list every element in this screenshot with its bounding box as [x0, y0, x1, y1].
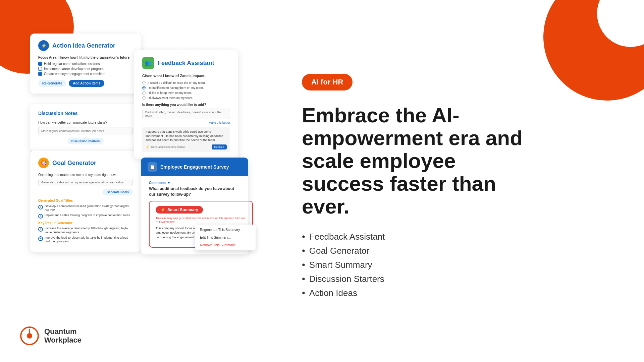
radio-2[interactable]: [142, 86, 146, 89]
goal-text-2: Implement a sales training program to im…: [45, 214, 131, 218]
generated-goals-title: Generated Goal Titles: [38, 199, 133, 202]
radio-label-3: I'd like to keep them on my team.: [148, 91, 192, 95]
radio-4[interactable]: [142, 96, 146, 100]
goal-generator-card: 🎯 Goal Generator One thing that matters …: [30, 151, 141, 252]
goal-dot-1: [38, 205, 43, 209]
replace-button[interactable]: Replace: [212, 144, 227, 149]
smart-summary-header: ⚡ Smart Summary: [156, 206, 246, 214]
checkbox-item-1: Hold regular communication sessions: [38, 62, 133, 66]
checkbox-item-2: Implement career development program: [38, 67, 133, 71]
checkbox-label-2: Implement career development program: [44, 67, 104, 71]
feature-item-2: Goal Generator: [302, 245, 617, 256]
goal-text-1: Develop a comprehensive lead generation …: [45, 204, 133, 212]
goal-item-2: Implement a sales training program to im…: [38, 214, 133, 219]
feature-item-3: Smart Summary: [302, 259, 617, 270]
regenerate-button[interactable]: Re-Generate: [38, 80, 66, 87]
radio-item-4: I'd always want them on my team.: [142, 96, 230, 100]
goal-question: One thing that matters to me and my team…: [38, 173, 133, 177]
generated-rec-text: It appears that Zane's work ethic could …: [146, 130, 227, 142]
checkbox-item-3: Create employee engagement committee: [38, 72, 133, 76]
discussion-title: Discussion Notes: [38, 111, 77, 116]
goal-input[interactable]: Generating sales with a higher average a…: [38, 179, 133, 186]
discussion-header: Discussion Notes: [38, 111, 133, 116]
feedback-icon: 👥: [142, 57, 154, 69]
checkbox-1[interactable]: [38, 62, 42, 66]
survey-icon: 📋: [148, 162, 157, 172]
radio-label-4: I'd always want them on my team.: [148, 96, 193, 100]
context-menu: Regenerate This Summary... Edit This Sum…: [195, 225, 256, 250]
key-result-item-1: Increase the average deal size by 20% th…: [38, 227, 133, 234]
generated-goals-section: Generated Goal Titles Develop a comprehe…: [38, 199, 133, 219]
checkbox-2[interactable]: [38, 67, 42, 71]
right-panel: AI for HR Embrace the AI-empowerment era…: [262, 13, 617, 349]
key-result-title: Key Result Generator: [38, 221, 133, 225]
comments-label[interactable]: Comments ▼: [149, 181, 240, 185]
generated-rec-label-text: Generated Recommendation: [151, 145, 185, 148]
make-better-link[interactable]: Make this better: [142, 121, 230, 124]
generate-goals-button[interactable]: Generate Goals: [102, 189, 133, 195]
feature-item-1: Feedback Assistant: [302, 231, 617, 242]
logo-container: Quantum Workplace: [20, 326, 82, 345]
action-idea-icon: ⚡: [38, 40, 49, 51]
left-panel: ⚡ Action Idea Generator Focus Area: I kn…: [20, 13, 262, 349]
survey-card: 📋 Employee Engagement Survey Comments ▼ …: [141, 158, 248, 254]
discussion-starters-button[interactable]: Discussion Starters: [67, 138, 104, 144]
checkbox-label-1: Hold regular communication sessions: [44, 62, 100, 66]
radio-label-2: I'm indifferent to having them on my tea…: [148, 86, 204, 89]
smart-summary-subtitle: This summary was generated from the comm…: [156, 216, 246, 224]
logo-line1: Quantum: [44, 327, 77, 336]
goal-title: Goal Generator: [52, 160, 96, 167]
discussion-notes-card: Discussion Notes How can we better commu…: [30, 104, 141, 151]
feedback-question: Given what I know of Zane's impact...: [142, 74, 230, 78]
survey-title: Employee Engagement Survey: [160, 164, 229, 170]
smart-summary-card: ⚡ Smart Summary This summary was generat…: [149, 201, 253, 248]
action-idea-header: ⚡ Action Idea Generator: [38, 40, 133, 51]
radio-item-3: I'd like to keep them on my team.: [142, 91, 230, 95]
feedback-title: Feedback Assistant: [158, 60, 214, 67]
ai-badge: AI for HR: [302, 74, 353, 90]
generated-rec-footer: ⚡ Generated Recommendation Replace: [146, 144, 227, 149]
svg-point-1: [27, 333, 32, 339]
key-result-section: Key Result Generator Increase the averag…: [38, 221, 133, 244]
radio-3[interactable]: [142, 91, 146, 95]
survey-header: 📋 Employee Engagement Survey: [141, 158, 248, 176]
hero-title: Embrace the AI-empowerment era and scale…: [302, 104, 537, 218]
feedback-input[interactable]: Bad work ethic, missed deadlines, doesn'…: [142, 109, 230, 119]
feedback-add-question: Is there anything you would like to add?: [142, 103, 230, 107]
feature-list: Feedback Assistant Goal Generator Smart …: [302, 231, 617, 302]
goal-item-1: Develop a comprehensive lead generation …: [38, 204, 133, 212]
radio-1[interactable]: [142, 81, 146, 84]
radio-item-2: I'm indifferent to having them on my tea…: [142, 86, 230, 89]
smart-summary-title-text: Smart Summary: [167, 207, 198, 212]
context-menu-item-3[interactable]: Remove This Summary...: [195, 241, 256, 249]
logo-line2: Workplace: [44, 336, 82, 344]
context-menu-item-2[interactable]: Edit This Summary...: [195, 234, 256, 241]
goal-icon: 🎯: [38, 158, 49, 168]
action-idea-title: Action Idea Generator: [52, 42, 115, 49]
goal-header: 🎯 Goal Generator: [38, 158, 133, 168]
focus-area-label: Focus Area: I know how I fit into the or…: [38, 56, 133, 59]
feature-item-4: Discussion Starters: [302, 274, 617, 284]
context-menu-item-1[interactable]: Regenerate This Summary...: [195, 226, 256, 234]
feedback-header: 👥 Feedback Assistant: [142, 57, 230, 69]
feedback-assistant-card: 👥 Feedback Assistant Given what I know o…: [134, 50, 238, 159]
key-result-text-2: Improve the lead-to-close ratio by 15% b…: [45, 236, 133, 244]
generated-recommendation: It appears that Zane's work ethic could …: [142, 127, 230, 152]
key-result-item-2: Improve the lead-to-close ratio by 15% b…: [38, 236, 133, 244]
generated-rec-label: ⚡ Generated Recommendation: [146, 145, 185, 149]
feature-item-5: Action Ideas: [302, 288, 617, 298]
checkbox-label-3: Create employee engagement committee: [44, 72, 105, 76]
survey-question: What additional feedback do you have abo…: [149, 186, 240, 197]
logo-text: Quantum Workplace: [44, 327, 82, 345]
logo-icon: [20, 326, 39, 345]
discussion-question: How can we better communicate future pla…: [38, 121, 133, 124]
radio-label-1: It would be difficult to keep the on my …: [148, 81, 206, 84]
discussion-input[interactable]: More regular communication, internal job…: [38, 127, 133, 135]
add-action-button[interactable]: Add Action Items: [69, 80, 104, 87]
key-result-dot-2: [38, 236, 43, 241]
goal-dot-2: [38, 214, 43, 219]
key-result-text-1: Increase the average deal size by 20% th…: [45, 227, 133, 234]
key-result-dot-1: [38, 227, 43, 232]
checkbox-3[interactable]: [38, 72, 42, 76]
main-layout: ⚡ Action Idea Generator Focus Area: I kn…: [0, 0, 644, 362]
